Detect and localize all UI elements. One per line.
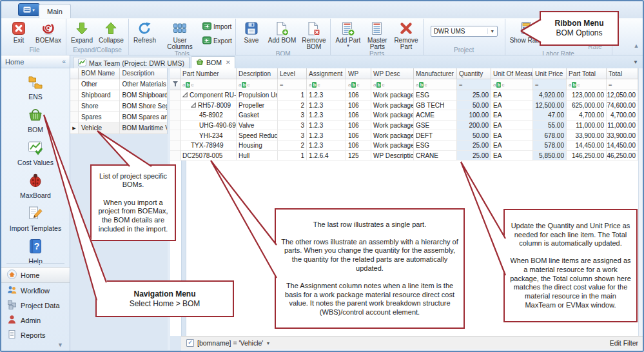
chevron-down-icon[interactable]: ▼ (266, 341, 270, 346)
bom-list-row[interactable]: ShipboardBOM Shipboard Segment (70, 90, 167, 101)
grid-cell-level: 3 (278, 130, 307, 141)
filter-cell-total[interactable]: = (607, 79, 638, 90)
filter-cell-part-number[interactable]: abc (181, 79, 237, 90)
ribbon-button-export[interactable]: Export (202, 36, 232, 46)
ribbon-button-master-parts[interactable]: Master Parts (364, 19, 391, 50)
ribbon-button-refresh[interactable]: Refresh (131, 19, 159, 44)
tab-bom[interactable]: BOM✕ (191, 56, 235, 68)
chevron-down-icon[interactable]: ▾ (487, 28, 497, 34)
column-header-level[interactable]: Level (278, 68, 307, 79)
filter-cell-level[interactable]: = (278, 79, 307, 90)
column-header-unit-price[interactable]: Unit Price (533, 68, 567, 79)
grid-row[interactable]: YHI-234Speed Reducer31.2.3106Work packag… (170, 130, 638, 141)
grid-row[interactable]: DC25078-005Hull11.2.6.4125WP Description… (170, 151, 638, 161)
sidebar-divider (6, 263, 64, 264)
ribbon-button-remove-part[interactable]: Remove Part (391, 19, 420, 50)
filter-cell-quantity[interactable]: = (457, 79, 491, 90)
ribbon-button-remove-bom[interactable]: Remove BOM (299, 19, 328, 50)
grid-cell-total: 674,600.00 (607, 101, 638, 111)
ribbon-tab-main[interactable]: Main (39, 4, 71, 19)
filter-enabled-checkbox[interactable]: ✓ (186, 339, 194, 347)
column-header-assignment[interactable]: Assignment (307, 68, 346, 79)
grid-cell-description: Hull (237, 151, 278, 161)
ribbon-button-collapse[interactable]: Collapse (96, 19, 126, 44)
filter-row-indicator (170, 79, 181, 90)
sidebar-item-label: ENS (28, 93, 43, 101)
application-menu-button[interactable]: ▾ (18, 3, 40, 16)
filter-cell-wp[interactable]: abc (346, 79, 371, 90)
tab-max-team-project-dwr-ums[interactable]: Max Team (Project: DWR UMS) (73, 57, 190, 68)
remove-bom-icon (306, 21, 321, 36)
chevron-down-icon[interactable]: ▼ (57, 342, 63, 348)
grid-cell-part-total: 625,000.00 (567, 101, 607, 111)
ribbon-button-add-bom[interactable]: Add BOM (266, 19, 298, 44)
filter-cell-assignment[interactable]: abc (307, 79, 346, 90)
ribbon-button-add-part[interactable]: Add Part▾ (333, 19, 363, 48)
import-templates-icon (28, 206, 43, 224)
sidebar-item-import-templates[interactable]: Import Templates (10, 206, 61, 232)
column-header-total[interactable]: Total (607, 68, 638, 79)
column-header-part-number[interactable]: Part Number (181, 68, 237, 79)
grid-row[interactable]: Component RU-458Propulsion Unit11.2.3106… (170, 90, 638, 101)
grid-row[interactable]: 45-8902Gasket31.2.3106Work package ...AC… (170, 110, 638, 121)
row-indicator-cell (70, 112, 79, 123)
column-header-wp[interactable]: WP (346, 68, 371, 79)
column-header-description[interactable]: Description (237, 68, 278, 79)
collapse-ribbon-icon[interactable]: ▲ (632, 41, 641, 50)
project-selector[interactable]: DWR UMS▾ (431, 26, 498, 37)
nav-item-home[interactable]: Home (1, 267, 70, 283)
ribbon-button-exit[interactable]: Exit (5, 19, 32, 44)
column-header-quantity[interactable]: Quantity (457, 68, 491, 79)
sidebar-item-maxboard[interactable]: MaxBoard (20, 173, 51, 199)
edit-filter-button[interactable]: Edit Filter (610, 339, 638, 347)
sidebar-item-help[interactable]: ?Help (28, 239, 43, 265)
row-indicator-cell (70, 79, 79, 90)
column-header-unit-of-measure[interactable]: Unit Of Measure (491, 68, 533, 79)
ribbon-button-import[interactable]: Import (202, 22, 232, 32)
column-header-wp-desc[interactable]: WP Desc (371, 68, 414, 79)
filter-expression[interactable]: [bomname] = 'Vehicle' (197, 339, 263, 347)
bom-list-row[interactable]: SparesBOM Spares and Repairs (70, 112, 167, 123)
ribbon-button-user-columns[interactable]: User Columns (159, 19, 200, 50)
grid-cell-part-number: RH57-8009 (181, 101, 237, 111)
tab-list-dropdown-icon[interactable]: ▼ (633, 59, 636, 65)
column-header-part-total[interactable]: Part Total (567, 68, 607, 79)
close-icon[interactable]: ✕ (226, 59, 231, 66)
grid-row[interactable]: UHG-490-690Valve31.2.3106Work package ..… (170, 121, 638, 131)
column-header-manufacturer[interactable]: Manufacturer (414, 68, 457, 79)
sidebar-item-label: Help (28, 257, 43, 265)
filter-cell-unit-of-measure[interactable]: abc (491, 79, 533, 90)
grid-row[interactable]: TYX-78949Housing21.2.3106Work package ..… (170, 141, 638, 151)
column-header-description[interactable]: Description (120, 68, 168, 79)
nav-item-project-data[interactable]: Project Data (1, 298, 70, 313)
grid-cell-unit-of-measure: EA (491, 130, 533, 141)
filter-cell-unit-price[interactable]: = (533, 79, 567, 90)
row-indicator-cell (170, 101, 181, 111)
column-header-bom-name[interactable]: BOM Name (79, 68, 120, 79)
sidebar-item-cost-values[interactable]: Cost Values (17, 140, 54, 166)
boemax-icon (41, 21, 55, 36)
filter-cell-manufacturer[interactable]: abc (414, 79, 457, 90)
nav-item-reports[interactable]: Reports (1, 328, 70, 342)
bom-list-row[interactable]: ▶VehicleBOM Maritime Vehicle (70, 123, 167, 134)
sidebar-item-ens[interactable]: ENS (28, 74, 43, 101)
filter-cell-description[interactable]: abc (237, 79, 278, 90)
vertical-scrollbar[interactable] (638, 68, 643, 336)
grid-cell-quantity: 50.00 (457, 101, 491, 111)
tab-label: Max Team (Project: DWR UMS) (89, 59, 184, 67)
sidebar-item-label: Cost Values (17, 159, 54, 166)
bom-list-row[interactable]: ShoreBOM Shore Segment (70, 101, 167, 112)
sidebar-item-bom[interactable]: BOM (28, 107, 43, 133)
ribbon-button-expand[interactable]: Expand (68, 19, 95, 44)
filter-cell-wp-desc[interactable]: abc (371, 79, 414, 90)
bom-list-row[interactable]: OtherOther Materials (70, 79, 167, 90)
ribbon-button-boemax[interactable]: BOEMax (33, 19, 64, 44)
filter-cell-part-total[interactable]: abc (567, 79, 607, 90)
bom-description-cell: BOM Shipboard Segment (120, 90, 168, 101)
collapse-panel-icon[interactable]: « (62, 58, 66, 65)
ribbon-button-save[interactable]: Save (238, 19, 265, 44)
grid-row[interactable]: RH57-8009Propeller21.2.3106Work package … (170, 101, 638, 111)
nav-item-admin[interactable]: Admin (1, 313, 70, 328)
nav-item-workflow[interactable]: Workflow (1, 283, 70, 298)
row-indicator-cell (70, 68, 79, 79)
